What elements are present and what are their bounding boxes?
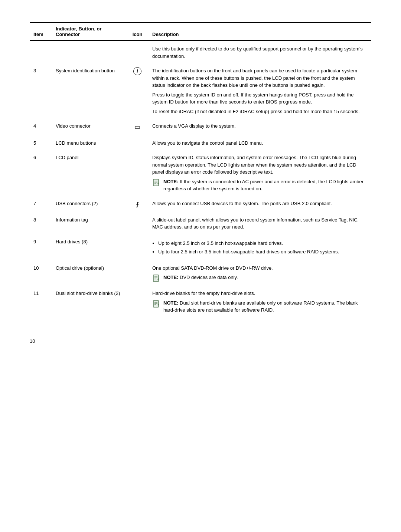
description-text: Connects a VGA display to the system. xyxy=(152,122,368,130)
note-block: NOTE: Dual slot hard-drive blanks are av… xyxy=(152,299,368,314)
description-text: Hard-drive blanks for the empty hard-dri… xyxy=(152,290,368,297)
header-indicator: Indicator, Button, or Connector xyxy=(52,23,126,40)
cell-item: 7 xyxy=(30,198,52,211)
bullet-list: Up to eight 2.5 inch or 3.5 inch hot-swa… xyxy=(158,240,368,256)
cell-description: Allows you to navigate the control panel… xyxy=(149,137,371,149)
cell-description: The identification buttons on the front … xyxy=(149,65,371,117)
spacer-row xyxy=(30,134,371,137)
cell-icon xyxy=(126,288,149,316)
cell-item: 11 xyxy=(30,288,52,316)
cell-item: 4 xyxy=(30,120,52,134)
cell-item: 10 xyxy=(30,262,52,285)
description-text: One optional SATA DVD-ROM drive or DVD+/… xyxy=(152,265,368,272)
table-row: 6LCD panelDisplays system ID, status inf… xyxy=(30,152,371,195)
svg-rect-10 xyxy=(153,301,159,307)
note-block: NOTE: DVD devices are data only. xyxy=(152,274,368,282)
cell-indicator: System identification button xyxy=(52,65,126,117)
system-id-icon: i xyxy=(133,67,141,75)
spacer-row xyxy=(30,259,371,262)
cell-icon: i xyxy=(126,65,149,117)
page-number: 10 xyxy=(30,338,371,344)
description-text: Press to toggle the system ID on and off… xyxy=(152,91,368,106)
cell-description: Use this button only if directed to do s… xyxy=(149,40,371,62)
spacer-row xyxy=(30,285,371,288)
header-icon: Icon xyxy=(126,23,149,40)
table-row: 7USB connectors (2)⨍Allows you to connec… xyxy=(30,198,371,211)
note-text: NOTE: If the system is connected to AC p… xyxy=(163,178,368,193)
cell-indicator: Optical drive (optional) xyxy=(52,262,126,285)
cell-description: Connects a VGA display to the system. xyxy=(149,120,371,134)
cell-description: Up to eight 2.5 inch or 3.5 inch hot-swa… xyxy=(149,236,371,259)
cell-item: 6 xyxy=(30,152,52,195)
spacer-row xyxy=(30,195,371,198)
list-item: Up to eight 2.5 inch or 3.5 inch hot-swa… xyxy=(158,240,368,247)
table-row: 11Dual slot hard-drive blanks (2)Hard-dr… xyxy=(30,288,371,316)
spacer-row xyxy=(30,117,371,120)
description-text: Displays system ID, status information, … xyxy=(152,154,368,176)
table-row: 10Optical drive (optional)One optional S… xyxy=(30,262,371,285)
description-text: Use this button only if directed to do s… xyxy=(152,45,368,60)
description-text: To reset the iDRAC (if not disabled in F… xyxy=(152,108,368,115)
cell-icon xyxy=(126,152,149,195)
svg-rect-5 xyxy=(153,275,159,282)
note-icon xyxy=(152,178,160,187)
table-row: 4Video connector▭Connects a VGA display … xyxy=(30,120,371,134)
usb-icon: ⨍ xyxy=(136,200,139,209)
description-text: Allows you to connect USB devices to the… xyxy=(152,200,368,207)
cell-indicator: LCD menu buttons xyxy=(52,137,126,149)
cell-indicator xyxy=(52,40,126,62)
vga-icon: ▭ xyxy=(134,122,140,132)
svg-rect-0 xyxy=(153,179,159,186)
cell-icon xyxy=(126,40,149,62)
cell-icon: ▭ xyxy=(126,120,149,134)
list-item: Up to four 2.5 inch or 3.5 inch hot-swap… xyxy=(158,248,368,256)
cell-item: 5 xyxy=(30,137,52,149)
table-row: 3System identification buttoniThe identi… xyxy=(30,65,371,117)
header-description: Description xyxy=(149,23,371,40)
cell-icon: ⨍ xyxy=(126,198,149,211)
cell-description: Displays system ID, status information, … xyxy=(149,152,371,195)
description-text: The identification buttons on the front … xyxy=(152,67,368,89)
cell-indicator: Video connector xyxy=(52,120,126,134)
header-item: Item xyxy=(30,23,52,40)
cell-icon xyxy=(126,137,149,149)
cell-item xyxy=(30,40,52,62)
cell-item: 3 xyxy=(30,65,52,117)
cell-indicator: Hard drives (8) xyxy=(52,236,126,259)
note-text: NOTE: DVD devices are data only. xyxy=(163,274,238,281)
cell-indicator: USB connectors (2) xyxy=(52,198,126,211)
cell-description: Hard-drive blanks for the empty hard-dri… xyxy=(149,288,371,316)
cell-description: A slide-out label panel, which allows yo… xyxy=(149,214,371,233)
table-row: 8Information tagA slide-out label panel,… xyxy=(30,214,371,233)
spacer-row xyxy=(30,211,371,214)
cell-indicator: Dual slot hard-drive blanks (2) xyxy=(52,288,126,316)
cell-icon xyxy=(126,236,149,259)
cell-description: Allows you to connect USB devices to the… xyxy=(149,198,371,211)
description-text: A slide-out label panel, which allows yo… xyxy=(152,216,368,231)
spacer-row xyxy=(30,149,371,152)
spacer-row xyxy=(30,233,371,236)
cell-icon xyxy=(126,214,149,233)
cell-item: 8 xyxy=(30,214,52,233)
table-row: 5LCD menu buttonsAllows you to navigate … xyxy=(30,137,371,149)
note-icon xyxy=(152,274,160,282)
spacer-row xyxy=(30,62,371,65)
table-row: Use this button only if directed to do s… xyxy=(30,40,371,62)
cell-icon xyxy=(126,262,149,285)
note-text: NOTE: Dual slot hard-drive blanks are av… xyxy=(163,299,368,314)
note-icon xyxy=(152,300,160,308)
cell-item: 9 xyxy=(30,236,52,259)
cell-indicator: Information tag xyxy=(52,214,126,233)
table-row: 9Hard drives (8)Up to eight 2.5 inch or … xyxy=(30,236,371,259)
cell-description: One optional SATA DVD-ROM drive or DVD+/… xyxy=(149,262,371,285)
description-text: Allows you to navigate the control panel… xyxy=(152,139,368,147)
cell-indicator: LCD panel xyxy=(52,152,126,195)
note-block: NOTE: If the system is connected to AC p… xyxy=(152,178,368,193)
